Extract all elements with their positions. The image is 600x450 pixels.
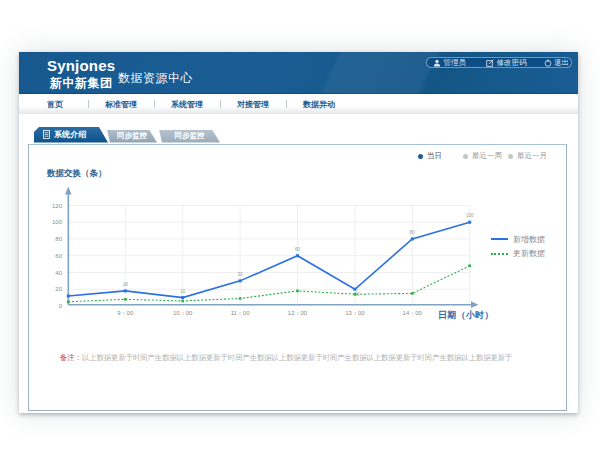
series-label: 新增数据 xyxy=(513,234,545,245)
logout-button[interactable]: 退出 xyxy=(544,58,570,68)
user-menu[interactable]: 管理员 xyxy=(433,58,466,68)
svg-text:18: 18 xyxy=(123,282,129,287)
filter-label: 最近一月 xyxy=(517,151,547,161)
page-card: Synjones 新中新集团 数据资源中心 管理员 修改密码 退出 首页 标准管… xyxy=(19,52,578,413)
svg-text:14：00: 14：00 xyxy=(403,310,423,316)
filter-last-month[interactable]: 最近一月 xyxy=(508,151,553,161)
svg-text:80: 80 xyxy=(410,230,416,235)
svg-text:20: 20 xyxy=(55,286,62,292)
filter-dot xyxy=(418,154,423,159)
svg-text:120: 120 xyxy=(52,203,63,209)
svg-text:10：00: 10：00 xyxy=(173,310,193,316)
tab-label: 系统介绍 xyxy=(54,129,86,140)
change-password-label: 修改密码 xyxy=(497,58,527,68)
svg-text:11：00: 11：00 xyxy=(231,310,251,316)
filter-dot xyxy=(463,154,468,159)
dotted-line-sample xyxy=(491,253,508,255)
app-header: Synjones 新中新集团 数据资源中心 管理员 修改密码 退出 xyxy=(19,52,578,94)
series-legend-new-data[interactable]: 新增数据 xyxy=(491,234,545,244)
nav-item-home[interactable]: 首页 xyxy=(23,99,88,110)
svg-text:10: 10 xyxy=(180,289,186,294)
change-password-button[interactable]: 修改密码 xyxy=(486,58,527,68)
edit-icon xyxy=(486,59,494,67)
tab-system-intro[interactable]: 系统介绍 xyxy=(34,127,108,143)
series-label: 更新数据 xyxy=(513,248,545,259)
user-toolbar: 管理员 修改密码 退出 xyxy=(426,57,572,68)
nav-item-data-change[interactable]: 数据异动 xyxy=(287,99,352,110)
svg-text:60: 60 xyxy=(55,253,62,259)
series-legend: 新增数据 更新数据 xyxy=(491,234,545,263)
svg-text:30: 30 xyxy=(238,272,244,277)
svg-text:13：00: 13：00 xyxy=(345,310,365,316)
svg-text:日期（小时）: 日期（小时） xyxy=(438,310,494,320)
solid-line-sample xyxy=(491,238,508,240)
tab-sync-monitor-2[interactable]: 同步监控 xyxy=(159,130,220,143)
svg-text:100: 100 xyxy=(52,219,63,225)
filter-label: 最近一周 xyxy=(472,151,502,161)
svg-text:9：00: 9：00 xyxy=(117,310,134,316)
main-nav: 首页 标准管理 系统管理 对接管理 数据异动 xyxy=(19,94,578,114)
svg-text:100: 100 xyxy=(466,213,474,218)
nav-item-system[interactable]: 系统管理 xyxy=(155,99,220,110)
document-icon xyxy=(43,130,50,139)
logout-label: 退出 xyxy=(554,58,569,68)
series-legend-updated-data[interactable]: 更新数据 xyxy=(491,249,545,259)
nav-item-interface[interactable]: 对接管理 xyxy=(221,99,286,110)
svg-text:80: 80 xyxy=(55,236,62,242)
tab-sync-monitor-1[interactable]: 同步监控 xyxy=(107,130,157,143)
filter-label: 当日 xyxy=(427,151,442,161)
content-panel: 当日 最近一周 最近一月 数据交换（条） 0204060801001209：00… xyxy=(28,144,567,411)
app-title: 数据资源中心 xyxy=(118,70,193,87)
footnote-prefix: 备注： xyxy=(60,353,82,362)
brand-logo-chinese: 新中新集团 xyxy=(47,75,115,92)
logout-icon xyxy=(544,59,552,67)
brand-logo-latin: Synjones xyxy=(47,57,115,74)
brand-logo: Synjones 新中新集团 xyxy=(47,57,115,92)
time-filter-legend: 当日 最近一周 最近一月 xyxy=(418,151,553,161)
tab-bar: 系统介绍 同步监控 同步监控 xyxy=(33,127,453,141)
svg-text:12：00: 12：00 xyxy=(288,310,308,316)
filter-today[interactable]: 当日 xyxy=(418,151,463,161)
nav-item-standards[interactable]: 标准管理 xyxy=(89,99,154,110)
footnote-text: 以上数据更新于时间产生数据以上数据更新于时间产生数据以上数据更新于时间产生数据以… xyxy=(82,353,513,362)
tab-label: 同步监控 xyxy=(175,131,205,141)
tab-label: 同步监控 xyxy=(117,131,147,141)
svg-text:0: 0 xyxy=(59,303,63,309)
svg-text:40: 40 xyxy=(55,270,62,276)
filter-last-week[interactable]: 最近一周 xyxy=(463,151,508,161)
footnote: 备注：以上数据更新于时间产生数据以上数据更新于时间产生数据以上数据更新于时间产生… xyxy=(60,353,512,363)
user-name: 管理员 xyxy=(444,58,467,68)
user-icon xyxy=(433,59,441,67)
line-chart: 0204060801001209：0010：0011：0012：0013：001… xyxy=(29,145,560,412)
y-axis-title: 数据交换（条） xyxy=(47,168,107,180)
filter-dot xyxy=(508,154,513,159)
svg-text:60: 60 xyxy=(295,247,301,252)
